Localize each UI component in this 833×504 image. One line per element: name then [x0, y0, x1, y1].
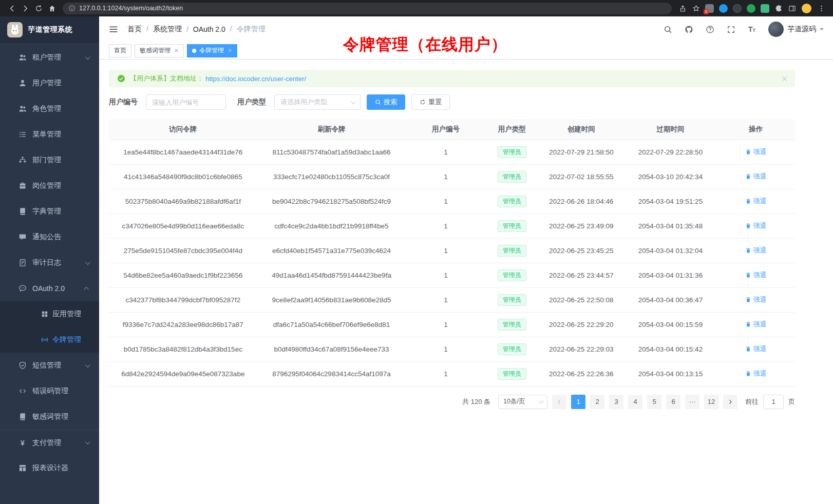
- cell-create-time: 2022-06-25 22:50:08: [538, 287, 624, 312]
- cell-expire-time: 2022-07-29 22:28:50: [624, 140, 716, 164]
- next-page-button[interactable]: [723, 395, 737, 409]
- sidebar-item-label: 菜单管理: [32, 130, 61, 139]
- site-info-icon[interactable]: [68, 5, 75, 12]
- user-menu[interactable]: 芋道源码: [768, 22, 824, 37]
- back-icon[interactable]: [5, 2, 18, 15]
- sidebar-item[interactable]: 用户管理: [0, 70, 99, 96]
- breadcrumb-item[interactable]: 令牌管理: [225, 25, 266, 34]
- users-icon: [18, 105, 27, 113]
- cell-user-type: 管理员: [485, 263, 538, 287]
- alert-doc-link[interactable]: https://doc.iocoder.cn/user-center/: [205, 75, 306, 83]
- browser-menu-icon[interactable]: [815, 2, 828, 15]
- extensions-puzzle-icon[interactable]: [772, 2, 785, 15]
- force-logout-label: 强退: [753, 172, 767, 181]
- share-icon[interactable]: [676, 2, 689, 15]
- force-logout-button[interactable]: 强退: [745, 295, 767, 304]
- sidebar-item[interactable]: 菜单管理: [0, 122, 99, 147]
- force-logout-button[interactable]: 强退: [745, 221, 767, 230]
- force-logout-button[interactable]: 强退: [745, 197, 767, 206]
- page-button[interactable]: 12: [704, 395, 718, 409]
- force-logout-label: 强退: [753, 344, 767, 354]
- user-type-select[interactable]: 请选择用户类型: [274, 94, 361, 110]
- trash-icon: [745, 297, 751, 303]
- extension-icon-green[interactable]: [747, 4, 755, 13]
- page-button[interactable]: 4: [628, 395, 642, 409]
- app-logo[interactable]: 芋道管理系统: [0, 16, 99, 43]
- page-button[interactable]: 6: [666, 395, 680, 409]
- browser-profile-avatar[interactable]: [802, 4, 811, 13]
- tab[interactable]: 敏感词管理: [135, 44, 184, 57]
- sidebar-item[interactable]: 审计日志: [0, 250, 99, 276]
- sidebar-item[interactable]: 岗位管理: [0, 173, 99, 199]
- sidebar-item-label: 角色管理: [32, 104, 61, 113]
- sidebar-item[interactable]: 角色管理: [0, 96, 99, 122]
- sidebar-item[interactable]: 报表设计器: [0, 455, 99, 481]
- force-logout-button[interactable]: 强退: [745, 320, 767, 329]
- force-logout-button[interactable]: 强退: [745, 344, 767, 354]
- force-logout-button[interactable]: 强退: [745, 147, 767, 157]
- sidebar-item[interactable]: 通知公告: [0, 224, 99, 250]
- sidebar-item[interactable]: 应用管理: [0, 301, 99, 327]
- breadcrumb-item[interactable]: 首页: [127, 25, 142, 34]
- extension-icon-blue[interactable]: [719, 4, 728, 13]
- force-logout-button[interactable]: 强退: [745, 270, 767, 280]
- page-button[interactable]: ···: [685, 395, 699, 409]
- page-size-select[interactable]: 10条/页: [498, 395, 547, 409]
- alert-close-icon[interactable]: [781, 75, 788, 82]
- page-button[interactable]: 2: [590, 395, 604, 409]
- address-bar[interactable]: 127.0.0.1:1024/system/oauth2/token: [63, 3, 672, 14]
- sidebar-item[interactable]: 敏感词管理: [0, 404, 99, 430]
- help-icon[interactable]: [705, 25, 714, 34]
- user-id-input[interactable]: [146, 94, 226, 110]
- hamburger-icon[interactable]: [108, 24, 119, 34]
- chevron-icon: [85, 362, 90, 367]
- fullscreen-icon[interactable]: [726, 25, 735, 34]
- cell-actions: 强退: [717, 287, 795, 312]
- force-logout-button[interactable]: 强退: [745, 246, 767, 255]
- forward-icon[interactable]: [18, 2, 32, 15]
- goto-page-input[interactable]: [763, 395, 784, 409]
- user-type-badge: 管理员: [498, 196, 526, 207]
- user-type-badge: 管理员: [498, 294, 526, 306]
- page-button[interactable]: 1: [571, 395, 585, 409]
- search-button[interactable]: 搜索: [367, 94, 405, 110]
- sidebar-item[interactable]: 字典管理: [0, 199, 99, 224]
- reset-button[interactable]: 重置: [411, 94, 450, 110]
- breadcrumb-item[interactable]: 系统管理: [142, 25, 182, 34]
- prev-page-button[interactable]: [552, 395, 566, 409]
- tab-close-icon[interactable]: [174, 48, 179, 53]
- sidebar-item[interactable]: OAuth 2.0: [0, 276, 99, 301]
- extension-icon-vue[interactable]: [761, 4, 769, 13]
- breadcrumb: 首页 系统管理 OAuth 2.0 令牌管理: [127, 25, 266, 34]
- chevron-down-icon: [539, 398, 544, 403]
- sidebar-item[interactable]: 短信管理: [0, 353, 99, 378]
- bookmark-star-icon[interactable]: [689, 2, 703, 15]
- signal-icon: [41, 336, 48, 343]
- cell-refresh-token: 333ecfc71e02480cb11055c875c3ca0f: [257, 164, 406, 189]
- sidebar-item[interactable]: 令牌管理: [0, 327, 99, 353]
- force-logout-button[interactable]: 强退: [745, 369, 767, 378]
- extension-icon-badged[interactable]: 0: [705, 4, 714, 13]
- force-logout-button[interactable]: 强退: [745, 172, 767, 181]
- grid-icon: [41, 311, 48, 318]
- cell-user-id: 1: [406, 263, 485, 287]
- breadcrumb-item[interactable]: OAuth 2.0: [182, 25, 225, 33]
- tab-close-icon[interactable]: [227, 48, 232, 53]
- reload-icon[interactable]: [32, 2, 45, 15]
- page-button[interactable]: 5: [647, 395, 661, 409]
- side-panel-icon[interactable]: [785, 2, 799, 15]
- sidebar-item[interactable]: ¥ 支付管理: [0, 430, 99, 455]
- fontsize-icon[interactable]: TT: [747, 25, 756, 34]
- sidebar-item[interactable]: 租户管理: [0, 45, 99, 70]
- github-icon[interactable]: [684, 25, 693, 34]
- tab[interactable]: 首页: [109, 44, 131, 57]
- extension-icon-dark[interactable]: [733, 4, 742, 13]
- search-icon[interactable]: [663, 25, 672, 34]
- cell-user-type: 管理员: [485, 164, 538, 189]
- page-button[interactable]: 3: [609, 395, 623, 409]
- force-logout-label: 强退: [753, 270, 767, 280]
- home-icon[interactable]: [45, 2, 59, 15]
- sidebar-item[interactable]: 部门管理: [0, 147, 99, 173]
- sidebar-item[interactable]: 错误码管理: [0, 378, 99, 404]
- tab[interactable]: 令牌管理: [187, 44, 237, 57]
